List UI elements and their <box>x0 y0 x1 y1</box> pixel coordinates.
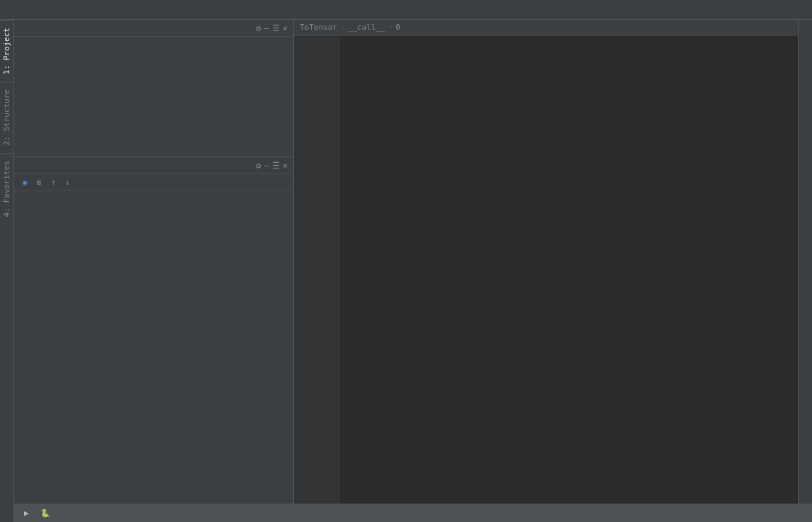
code-content[interactable] <box>340 35 798 504</box>
tabs-bar <box>0 0 812 20</box>
gutter-icons <box>326 35 340 504</box>
breadcrumb-0[interactable]: 0 <box>395 23 400 32</box>
breadcrumb-bar: ToTensor › __call__ › 0 <box>294 20 798 35</box>
terminal-button[interactable]: ▶ <box>24 509 32 518</box>
breadcrumb-totensor[interactable]: ToTensor <box>300 23 337 32</box>
side-tab-structure[interactable]: 2: Structure <box>0 81 13 152</box>
code-area[interactable] <box>294 35 798 504</box>
structure-toolbar: ↕ ◉ ⊞ ↑ ↓ <box>0 174 293 191</box>
structure-close-icon[interactable]: × <box>283 161 288 171</box>
right-side-tabs <box>798 20 812 504</box>
left-panel: ▾ ⚙ — ☰ × ⚙ — <box>0 20 294 504</box>
app-container: ▾ ⚙ — ☰ × ⚙ — <box>0 0 812 522</box>
project-tree: ▾ ⚙ — ☰ × <box>0 20 293 157</box>
show-inherited-icon[interactable]: ↑ <box>47 176 60 189</box>
project-header-icons: ⚙ — ☰ × <box>256 23 288 33</box>
structure-minus-icon[interactable]: — <box>264 161 269 171</box>
code-editor: ToTensor › __call__ › 0 <box>294 20 798 504</box>
side-tab-favorites[interactable]: 4: Favorites <box>0 153 13 224</box>
structure-header: ⚙ — ☰ × <box>0 157 293 174</box>
side-tabs-strip: 1: Project 2: Structure 4: Favorites <box>0 20 14 504</box>
structure-settings-icon[interactable]: ☰ <box>272 161 280 171</box>
settings-icon[interactable]: ☰ <box>272 23 280 33</box>
collapse-icon[interactable]: — <box>264 23 269 33</box>
python-console-button[interactable]: 🐍 <box>40 509 53 518</box>
structure-panel: ⚙ — ☰ × ↕ ◉ ⊞ ↑ ↓ <box>0 157 293 504</box>
structure-header-icons: ⚙ — ☰ × <box>256 161 288 171</box>
breadcrumb-call[interactable]: __call__ <box>348 23 385 32</box>
group-by-icon[interactable]: ◉ <box>18 176 31 189</box>
side-tab-project[interactable]: 1: Project <box>0 20 13 81</box>
structure-gear-icon[interactable]: ⚙ <box>256 161 261 171</box>
structure-list <box>0 191 293 504</box>
close-panel-icon[interactable]: × <box>283 23 288 33</box>
line-numbers <box>294 35 326 504</box>
python-icon: 🐍 <box>40 509 50 518</box>
show-fields-icon[interactable]: ↓ <box>61 176 74 189</box>
main-area: ▾ ⚙ — ☰ × ⚙ — <box>0 20 812 504</box>
project-header: ▾ ⚙ — ☰ × <box>0 20 293 37</box>
terminal-icon: ▶ <box>24 509 29 518</box>
bottom-bar: ☰ ▶ 🐍 <box>0 504 812 522</box>
expand-all-icon[interactable]: ⊞ <box>33 176 45 189</box>
gear-icon[interactable]: ⚙ <box>256 23 261 33</box>
